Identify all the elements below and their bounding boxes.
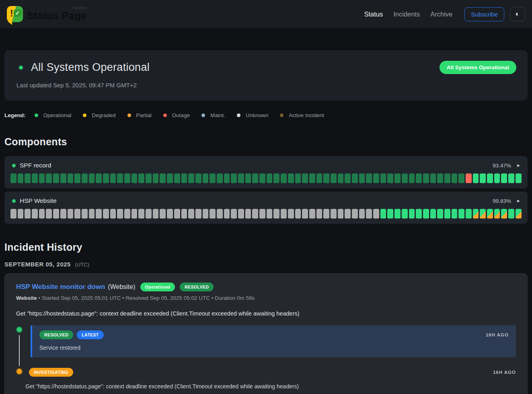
expand-chevron-icon[interactable]: ▶	[517, 163, 520, 167]
uptime-bar[interactable]	[331, 209, 337, 219]
uptime-bar[interactable]	[323, 209, 329, 219]
nav-item-status[interactable]: Status	[364, 10, 383, 18]
uptime-bar[interactable]	[273, 209, 279, 219]
uptime-bar[interactable]	[302, 209, 308, 219]
uptime-bar[interactable]	[437, 209, 443, 219]
uptime-bar[interactable]	[323, 173, 329, 183]
uptime-bar[interactable]	[153, 173, 159, 183]
uptime-bar[interactable]	[53, 173, 59, 183]
uptime-bar[interactable]	[25, 173, 31, 183]
uptime-bar[interactable]	[103, 209, 109, 219]
uptime-bar[interactable]	[316, 173, 322, 183]
uptime-bar[interactable]	[195, 209, 201, 219]
uptime-bar[interactable]	[281, 173, 287, 183]
component-header[interactable]: SPF record93.47%▶	[10, 162, 522, 169]
uptime-bar[interactable]	[380, 209, 386, 219]
uptime-bar[interactable]	[473, 173, 479, 183]
uptime-bar[interactable]	[167, 173, 173, 183]
uptime-bar[interactable]	[437, 173, 443, 183]
uptime-bar[interactable]	[68, 173, 74, 183]
uptime-bar[interactable]	[238, 173, 244, 183]
uptime-bar[interactable]	[267, 173, 273, 183]
uptime-bar[interactable]	[444, 209, 450, 219]
uptime-bar[interactable]	[494, 173, 500, 183]
uptime-bar[interactable]	[288, 173, 294, 183]
uptime-bar[interactable]	[110, 173, 116, 183]
uptime-bar[interactable]	[174, 173, 180, 183]
uptime-bar[interactable]	[480, 209, 486, 219]
uptime-bar[interactable]	[146, 173, 152, 183]
uptime-bar[interactable]	[345, 209, 351, 219]
uptime-bar[interactable]	[60, 209, 66, 219]
uptime-bar[interactable]	[309, 173, 315, 183]
uptime-bar[interactable]	[430, 173, 436, 183]
uptime-bar[interactable]	[231, 209, 237, 219]
uptime-bar[interactable]	[430, 209, 436, 219]
uptime-bar[interactable]	[60, 173, 66, 183]
uptime-bar[interactable]	[18, 209, 24, 219]
uptime-bar[interactable]	[32, 173, 38, 183]
brand[interactable]: ! ✓ hosted Status Page	[7, 6, 87, 22]
component-header[interactable]: HSP Website99.83%▶	[10, 197, 522, 204]
uptime-bar[interactable]	[487, 173, 493, 183]
uptime-bar[interactable]	[316, 209, 322, 219]
uptime-bar[interactable]	[188, 209, 194, 219]
uptime-bar[interactable]	[366, 209, 372, 219]
uptime-bar[interactable]	[89, 173, 95, 183]
uptime-bar[interactable]	[416, 209, 422, 219]
uptime-bar[interactable]	[89, 209, 95, 219]
uptime-bar[interactable]	[10, 173, 16, 183]
uptime-bar[interactable]	[338, 209, 344, 219]
uptime-bar[interactable]	[416, 173, 422, 183]
uptime-bar[interactable]	[203, 173, 209, 183]
uptime-bar[interactable]	[74, 209, 80, 219]
uptime-bar[interactable]	[18, 173, 24, 183]
uptime-bar[interactable]	[423, 209, 429, 219]
uptime-bar[interactable]	[487, 209, 493, 219]
uptime-bar[interactable]	[494, 209, 500, 219]
uptime-bar[interactable]	[82, 209, 88, 219]
uptime-bar[interactable]	[146, 209, 152, 219]
uptime-bar[interactable]	[458, 173, 464, 183]
uptime-bar[interactable]	[96, 209, 102, 219]
uptime-bar[interactable]	[473, 209, 479, 219]
uptime-bar[interactable]	[160, 209, 166, 219]
uptime-bar[interactable]	[153, 209, 159, 219]
uptime-bar[interactable]	[160, 173, 166, 183]
uptime-bar[interactable]	[366, 173, 372, 183]
uptime-bar[interactable]	[394, 209, 401, 219]
uptime-bar[interactable]	[516, 209, 522, 219]
uptime-bar[interactable]	[458, 209, 464, 219]
uptime-bar[interactable]	[138, 209, 144, 219]
uptime-bar[interactable]	[259, 173, 265, 183]
uptime-bar[interactable]	[39, 173, 45, 183]
uptime-bar[interactable]	[124, 173, 130, 183]
uptime-bar[interactable]	[501, 209, 507, 219]
uptime-bar[interactable]	[452, 173, 458, 183]
uptime-bar[interactable]	[181, 209, 187, 219]
uptime-bar[interactable]	[501, 173, 507, 183]
uptime-bar[interactable]	[309, 209, 315, 219]
uptime-bar[interactable]	[387, 173, 393, 183]
uptime-bar[interactable]	[96, 173, 102, 183]
uptime-bar[interactable]	[295, 209, 301, 219]
uptime-bar[interactable]	[117, 209, 123, 219]
uptime-bar[interactable]	[338, 173, 344, 183]
uptime-bar[interactable]	[331, 173, 337, 183]
uptime-bar[interactable]	[359, 173, 365, 183]
uptime-bar[interactable]	[167, 209, 173, 219]
uptime-bar[interactable]	[252, 173, 258, 183]
uptime-bar[interactable]	[39, 209, 45, 219]
nav-item-incidents[interactable]: Incidents	[393, 10, 420, 18]
uptime-bar[interactable]	[359, 209, 365, 219]
uptime-bar[interactable]	[25, 209, 31, 219]
uptime-bar[interactable]	[224, 173, 230, 183]
uptime-bar[interactable]	[373, 173, 379, 183]
uptime-bar[interactable]	[394, 173, 401, 183]
uptime-bar[interactable]	[82, 173, 88, 183]
uptime-bar[interactable]	[10, 209, 16, 219]
uptime-bar[interactable]	[480, 173, 486, 183]
uptime-bar[interactable]	[210, 173, 216, 183]
uptime-bar[interactable]	[195, 173, 201, 183]
uptime-bar[interactable]	[402, 209, 408, 219]
